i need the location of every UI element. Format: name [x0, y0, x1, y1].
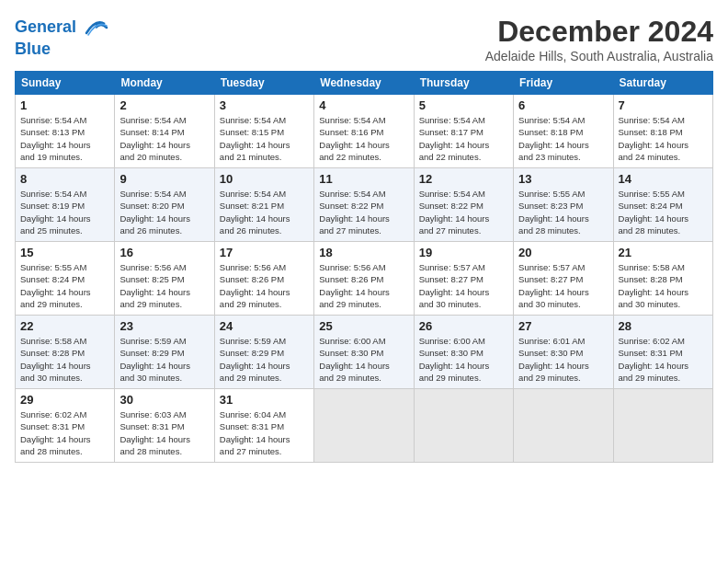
day-number: 23 — [119, 319, 209, 333]
calendar-cell: 12 Sunrise: 5:54 AM Sunset: 8:22 PM Dayl… — [414, 168, 513, 242]
calendar-cell: 8 Sunrise: 5:54 AM Sunset: 8:19 PM Dayli… — [16, 168, 115, 242]
day-number: 26 — [419, 319, 508, 333]
day-info: Sunrise: 5:54 AM Sunset: 8:18 PM Dayligh… — [619, 114, 708, 163]
day-info: Sunrise: 5:57 AM Sunset: 8:27 PM Dayligh… — [518, 261, 608, 310]
calendar-cell: 3 Sunrise: 5:54 AM Sunset: 8:15 PM Dayli… — [214, 95, 313, 168]
day-number: 17 — [220, 246, 309, 259]
week-row-5: 29 Sunrise: 6:02 AM Sunset: 8:31 PM Dayl… — [16, 389, 713, 463]
week-row-1: 1 Sunrise: 5:54 AM Sunset: 8:13 PM Dayli… — [16, 95, 713, 168]
calendar-cell: 1 Sunrise: 5:54 AM Sunset: 8:13 PM Dayli… — [16, 95, 115, 168]
day-number: 2 — [119, 98, 209, 112]
calendar-cell: 6 Sunrise: 5:54 AM Sunset: 8:18 PM Dayli… — [514, 95, 613, 168]
calendar-cell: 15 Sunrise: 5:55 AM Sunset: 8:24 PM Dayl… — [16, 242, 115, 316]
day-info: Sunrise: 6:00 AM Sunset: 8:30 PM Dayligh… — [419, 335, 508, 384]
day-number: 10 — [220, 172, 309, 186]
header-day-saturday: Saturday — [613, 72, 712, 95]
day-number: 5 — [419, 98, 508, 112]
day-info: Sunrise: 5:58 AM Sunset: 8:28 PM Dayligh… — [20, 335, 109, 384]
calendar-cell: 20 Sunrise: 5:57 AM Sunset: 8:27 PM Dayl… — [514, 242, 613, 316]
calendar-cell: 25 Sunrise: 6:00 AM Sunset: 8:30 PM Dayl… — [314, 316, 414, 389]
day-number: 12 — [419, 172, 508, 186]
header: General Blue December 2024 Adelaide Hill… — [15, 15, 713, 63]
day-info: Sunrise: 6:02 AM Sunset: 8:31 PM Dayligh… — [20, 408, 109, 457]
day-number: 31 — [220, 393, 309, 407]
month-title: December 2024 — [485, 15, 713, 49]
calendar-cell: 7 Sunrise: 5:54 AM Sunset: 8:18 PM Dayli… — [613, 95, 712, 168]
day-info: Sunrise: 5:56 AM Sunset: 8:25 PM Dayligh… — [119, 261, 209, 310]
header-day-thursday: Thursday — [414, 72, 513, 95]
day-number: 4 — [319, 98, 408, 112]
logo-text2: Blue — [15, 40, 108, 59]
day-number: 19 — [419, 246, 508, 259]
day-info: Sunrise: 5:59 AM Sunset: 8:29 PM Dayligh… — [220, 335, 309, 384]
day-info: Sunrise: 5:54 AM Sunset: 8:20 PM Dayligh… — [119, 188, 209, 236]
day-info: Sunrise: 5:55 AM Sunset: 8:23 PM Dayligh… — [518, 188, 608, 236]
day-info: Sunrise: 5:57 AM Sunset: 8:27 PM Dayligh… — [419, 261, 508, 310]
week-row-4: 22 Sunrise: 5:58 AM Sunset: 8:28 PM Dayl… — [16, 316, 713, 389]
day-info: Sunrise: 6:03 AM Sunset: 8:31 PM Dayligh… — [119, 408, 209, 457]
day-number: 7 — [619, 98, 708, 112]
day-info: Sunrise: 5:56 AM Sunset: 8:26 PM Dayligh… — [220, 261, 309, 310]
week-row-3: 15 Sunrise: 5:55 AM Sunset: 8:24 PM Dayl… — [16, 242, 713, 316]
calendar-cell: 4 Sunrise: 5:54 AM Sunset: 8:16 PM Dayli… — [314, 95, 414, 168]
calendar-cell: 30 Sunrise: 6:03 AM Sunset: 8:31 PM Dayl… — [115, 389, 214, 463]
calendar-cell: 2 Sunrise: 5:54 AM Sunset: 8:14 PM Dayli… — [115, 95, 214, 168]
day-number: 18 — [319, 246, 408, 259]
day-info: Sunrise: 6:02 AM Sunset: 8:31 PM Dayligh… — [619, 335, 708, 384]
day-info: Sunrise: 5:54 AM Sunset: 8:15 PM Dayligh… — [220, 114, 309, 163]
day-info: Sunrise: 5:54 AM Sunset: 8:17 PM Dayligh… — [419, 114, 508, 163]
calendar-cell: 28 Sunrise: 6:02 AM Sunset: 8:31 PM Dayl… — [613, 316, 712, 389]
calendar-cell: 24 Sunrise: 5:59 AM Sunset: 8:29 PM Dayl… — [214, 316, 313, 389]
calendar-cell — [314, 389, 414, 463]
header-day-tuesday: Tuesday — [214, 72, 313, 95]
day-number: 28 — [619, 319, 708, 333]
day-number: 11 — [319, 172, 408, 186]
day-info: Sunrise: 5:54 AM Sunset: 8:22 PM Dayligh… — [419, 188, 508, 236]
day-number: 3 — [220, 98, 309, 112]
day-info: Sunrise: 6:00 AM Sunset: 8:30 PM Dayligh… — [319, 335, 408, 384]
calendar-cell: 21 Sunrise: 5:58 AM Sunset: 8:28 PM Dayl… — [613, 242, 712, 316]
calendar-cell: 27 Sunrise: 6:01 AM Sunset: 8:30 PM Dayl… — [514, 316, 613, 389]
day-number: 1 — [20, 98, 109, 112]
day-info: Sunrise: 5:54 AM Sunset: 8:22 PM Dayligh… — [319, 188, 408, 236]
header-day-wednesday: Wednesday — [314, 72, 414, 95]
calendar-cell: 14 Sunrise: 5:55 AM Sunset: 8:24 PM Dayl… — [613, 168, 712, 242]
calendar-cell: 9 Sunrise: 5:54 AM Sunset: 8:20 PM Dayli… — [115, 168, 214, 242]
header-day-monday: Monday — [115, 72, 214, 95]
header-row: SundayMondayTuesdayWednesdayThursdayFrid… — [16, 72, 713, 95]
day-info: Sunrise: 5:54 AM Sunset: 8:18 PM Dayligh… — [518, 114, 608, 163]
calendar-cell: 19 Sunrise: 5:57 AM Sunset: 8:27 PM Dayl… — [414, 242, 513, 316]
day-info: Sunrise: 5:54 AM Sunset: 8:14 PM Dayligh… — [119, 114, 209, 163]
header-day-friday: Friday — [514, 72, 613, 95]
calendar-cell: 31 Sunrise: 6:04 AM Sunset: 8:31 PM Dayl… — [214, 389, 313, 463]
day-info: Sunrise: 6:01 AM Sunset: 8:30 PM Dayligh… — [518, 335, 608, 384]
day-number: 8 — [20, 172, 109, 186]
calendar-cell: 23 Sunrise: 5:59 AM Sunset: 8:29 PM Dayl… — [115, 316, 214, 389]
calendar-cell — [514, 389, 613, 463]
day-info: Sunrise: 5:55 AM Sunset: 8:24 PM Dayligh… — [619, 188, 708, 236]
day-number: 15 — [20, 246, 109, 259]
day-info: Sunrise: 5:55 AM Sunset: 8:24 PM Dayligh… — [20, 261, 109, 310]
day-info: Sunrise: 5:54 AM Sunset: 8:21 PM Dayligh… — [220, 188, 309, 236]
day-number: 30 — [119, 393, 209, 407]
calendar-cell: 5 Sunrise: 5:54 AM Sunset: 8:17 PM Dayli… — [414, 95, 513, 168]
calendar-cell: 18 Sunrise: 5:56 AM Sunset: 8:26 PM Dayl… — [314, 242, 414, 316]
day-info: Sunrise: 5:54 AM Sunset: 8:13 PM Dayligh… — [20, 114, 109, 163]
day-number: 16 — [119, 246, 209, 259]
logo: General Blue — [15, 15, 108, 59]
day-number: 9 — [119, 172, 209, 186]
week-row-2: 8 Sunrise: 5:54 AM Sunset: 8:19 PM Dayli… — [16, 168, 713, 242]
logo-icon — [83, 15, 108, 40]
calendar-cell: 17 Sunrise: 5:56 AM Sunset: 8:26 PM Dayl… — [214, 242, 313, 316]
day-info: Sunrise: 6:04 AM Sunset: 8:31 PM Dayligh… — [220, 408, 309, 457]
calendar-cell: 29 Sunrise: 6:02 AM Sunset: 8:31 PM Dayl… — [16, 389, 115, 463]
calendar-cell: 16 Sunrise: 5:56 AM Sunset: 8:25 PM Dayl… — [115, 242, 214, 316]
day-number: 20 — [518, 246, 608, 259]
day-number: 21 — [619, 246, 708, 259]
calendar-cell: 11 Sunrise: 5:54 AM Sunset: 8:22 PM Dayl… — [314, 168, 414, 242]
day-info: Sunrise: 5:59 AM Sunset: 8:29 PM Dayligh… — [119, 335, 209, 384]
calendar-cell — [414, 389, 513, 463]
calendar-cell: 26 Sunrise: 6:00 AM Sunset: 8:30 PM Dayl… — [414, 316, 513, 389]
calendar-cell — [613, 389, 712, 463]
day-number: 24 — [220, 319, 309, 333]
